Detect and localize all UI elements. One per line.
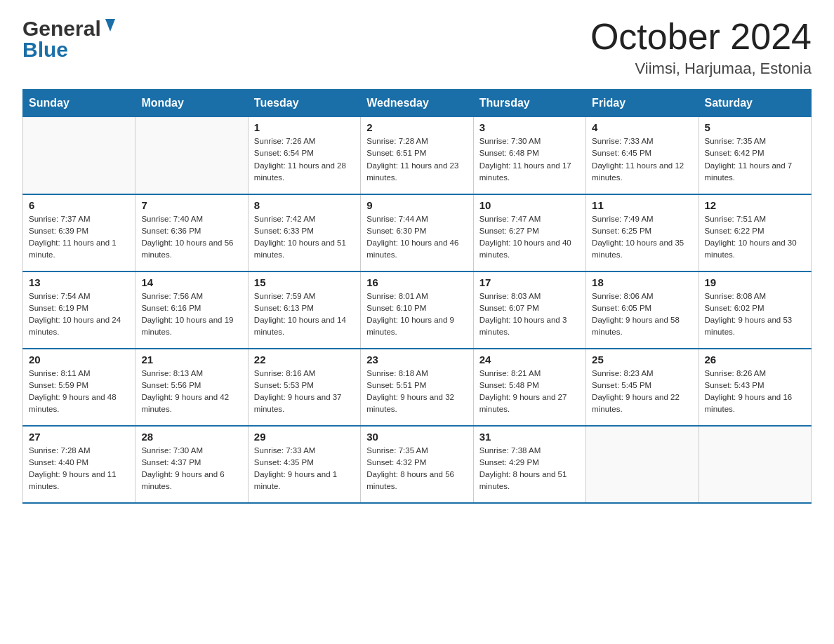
day-number: 3	[479, 121, 580, 133]
day-of-week-friday: Friday	[586, 90, 699, 117]
day-number: 9	[366, 199, 467, 211]
calendar-cell: 5Sunrise: 7:35 AMSunset: 6:42 PMDaylight…	[699, 117, 811, 194]
svg-marker-0	[105, 19, 115, 32]
calendar-table: SundayMondayTuesdayWednesdayThursdayFrid…	[22, 89, 812, 504]
day-info: Sunrise: 8:26 AMSunset: 5:43 PMDaylight:…	[705, 368, 805, 416]
day-number: 19	[705, 276, 805, 288]
page-header: General Blue October 2024 Viimsi, Harjum…	[22, 17, 812, 78]
day-of-week-tuesday: Tuesday	[248, 90, 360, 117]
day-number: 26	[705, 354, 805, 365]
day-info: Sunrise: 7:37 AMSunset: 6:39 PMDaylight:…	[29, 213, 129, 262]
day-number: 29	[254, 431, 355, 443]
day-number: 27	[29, 431, 129, 443]
calendar-cell: 7Sunrise: 7:40 AMSunset: 6:36 PMDaylight…	[135, 194, 248, 271]
day-number: 1	[254, 121, 355, 133]
day-of-week-sunday: Sunday	[23, 90, 135, 117]
day-info: Sunrise: 8:21 AMSunset: 5:48 PMDaylight:…	[479, 368, 580, 416]
calendar-cell: 9Sunrise: 7:44 AMSunset: 6:30 PMDaylight…	[361, 194, 473, 271]
day-number: 4	[592, 121, 692, 133]
month-title: October 2024	[590, 17, 812, 57]
day-of-week-wednesday: Wednesday	[361, 90, 473, 117]
day-info: Sunrise: 8:16 AMSunset: 5:53 PMDaylight:…	[254, 368, 355, 416]
day-info: Sunrise: 7:49 AMSunset: 6:25 PMDaylight:…	[592, 213, 692, 262]
day-number: 23	[366, 354, 467, 365]
day-info: Sunrise: 7:30 AMSunset: 4:37 PMDaylight:…	[141, 445, 241, 493]
day-number: 11	[592, 199, 692, 211]
week-row-5: 27Sunrise: 7:28 AMSunset: 4:40 PMDayligh…	[23, 426, 812, 503]
day-number: 12	[705, 199, 805, 211]
day-number: 30	[366, 431, 467, 443]
calendar-cell: 14Sunrise: 7:56 AMSunset: 6:16 PMDayligh…	[135, 271, 248, 349]
day-number: 22	[254, 354, 355, 365]
days-header-row: SundayMondayTuesdayWednesdayThursdayFrid…	[23, 90, 812, 117]
day-number: 6	[29, 199, 129, 211]
logo: General Blue	[22, 17, 118, 62]
day-number: 2	[366, 121, 467, 133]
calendar-cell: 24Sunrise: 8:21 AMSunset: 5:48 PMDayligh…	[473, 349, 585, 426]
calendar-cell: 21Sunrise: 8:13 AMSunset: 5:56 PMDayligh…	[135, 349, 248, 426]
day-info: Sunrise: 7:51 AMSunset: 6:22 PMDaylight:…	[705, 213, 805, 262]
day-number: 15	[254, 276, 355, 288]
calendar-cell: 13Sunrise: 7:54 AMSunset: 6:19 PMDayligh…	[23, 271, 135, 349]
calendar-cell: 29Sunrise: 7:33 AMSunset: 4:35 PMDayligh…	[248, 426, 360, 503]
calendar-cell: 2Sunrise: 7:28 AMSunset: 6:51 PMDaylight…	[361, 117, 473, 194]
calendar-cell: 25Sunrise: 8:23 AMSunset: 5:45 PMDayligh…	[586, 349, 699, 426]
calendar-cell: 4Sunrise: 7:33 AMSunset: 6:45 PMDaylight…	[586, 117, 699, 194]
week-row-4: 20Sunrise: 8:11 AMSunset: 5:59 PMDayligh…	[23, 349, 812, 426]
day-number: 13	[29, 276, 129, 288]
day-info: Sunrise: 8:13 AMSunset: 5:56 PMDaylight:…	[141, 368, 241, 416]
day-info: Sunrise: 7:54 AMSunset: 6:19 PMDaylight:…	[29, 290, 129, 339]
calendar-cell: 3Sunrise: 7:30 AMSunset: 6:48 PMDaylight…	[473, 117, 585, 194]
day-number: 10	[479, 199, 580, 211]
logo-triangle-icon	[102, 18, 118, 33]
day-info: Sunrise: 8:11 AMSunset: 5:59 PMDaylight:…	[29, 368, 129, 416]
day-info: Sunrise: 7:44 AMSunset: 6:30 PMDaylight:…	[366, 213, 467, 262]
day-number: 20	[29, 354, 129, 365]
day-info: Sunrise: 7:38 AMSunset: 4:29 PMDaylight:…	[479, 445, 580, 493]
calendar-cell: 15Sunrise: 7:59 AMSunset: 6:13 PMDayligh…	[248, 271, 360, 349]
day-info: Sunrise: 7:42 AMSunset: 6:33 PMDaylight:…	[254, 213, 355, 262]
day-number: 7	[141, 199, 241, 211]
calendar-cell: 8Sunrise: 7:42 AMSunset: 6:33 PMDaylight…	[248, 194, 360, 271]
title-section: October 2024 Viimsi, Harjumaa, Estonia	[590, 17, 812, 78]
calendar-cell: 26Sunrise: 8:26 AMSunset: 5:43 PMDayligh…	[699, 349, 811, 426]
day-info: Sunrise: 8:08 AMSunset: 6:02 PMDaylight:…	[705, 290, 805, 339]
day-of-week-monday: Monday	[135, 90, 248, 117]
day-info: Sunrise: 7:47 AMSunset: 6:27 PMDaylight:…	[479, 213, 580, 262]
day-of-week-thursday: Thursday	[473, 90, 585, 117]
day-info: Sunrise: 7:40 AMSunset: 6:36 PMDaylight:…	[141, 213, 241, 262]
day-info: Sunrise: 8:01 AMSunset: 6:10 PMDaylight:…	[366, 290, 467, 339]
calendar-cell	[23, 117, 135, 194]
day-info: Sunrise: 7:28 AMSunset: 4:40 PMDaylight:…	[29, 445, 129, 493]
calendar-cell: 18Sunrise: 8:06 AMSunset: 6:05 PMDayligh…	[586, 271, 699, 349]
calendar-cell	[135, 117, 248, 194]
calendar-cell: 12Sunrise: 7:51 AMSunset: 6:22 PMDayligh…	[699, 194, 811, 271]
day-info: Sunrise: 7:30 AMSunset: 6:48 PMDaylight:…	[479, 135, 580, 184]
day-number: 17	[479, 276, 580, 288]
calendar-cell: 23Sunrise: 8:18 AMSunset: 5:51 PMDayligh…	[361, 349, 473, 426]
calendar-cell: 31Sunrise: 7:38 AMSunset: 4:29 PMDayligh…	[473, 426, 585, 503]
day-info: Sunrise: 7:59 AMSunset: 6:13 PMDaylight:…	[254, 290, 355, 339]
week-row-1: 1Sunrise: 7:26 AMSunset: 6:54 PMDaylight…	[23, 117, 812, 194]
calendar-cell: 17Sunrise: 8:03 AMSunset: 6:07 PMDayligh…	[473, 271, 585, 349]
day-info: Sunrise: 8:03 AMSunset: 6:07 PMDaylight:…	[479, 290, 580, 339]
day-number: 31	[479, 431, 580, 443]
calendar-cell: 30Sunrise: 7:35 AMSunset: 4:32 PMDayligh…	[361, 426, 473, 503]
calendar-cell: 19Sunrise: 8:08 AMSunset: 6:02 PMDayligh…	[699, 271, 811, 349]
calendar-cell: 20Sunrise: 8:11 AMSunset: 5:59 PMDayligh…	[23, 349, 135, 426]
logo-general-text: General	[22, 17, 101, 41]
day-number: 18	[592, 276, 692, 288]
day-info: Sunrise: 7:35 AMSunset: 4:32 PMDaylight:…	[366, 445, 467, 493]
day-number: 14	[141, 276, 241, 288]
day-info: Sunrise: 7:56 AMSunset: 6:16 PMDaylight:…	[141, 290, 241, 339]
week-row-3: 13Sunrise: 7:54 AMSunset: 6:19 PMDayligh…	[23, 271, 812, 349]
day-info: Sunrise: 7:26 AMSunset: 6:54 PMDaylight:…	[254, 135, 355, 184]
location-text: Viimsi, Harjumaa, Estonia	[590, 60, 812, 78]
day-number: 28	[141, 431, 241, 443]
day-info: Sunrise: 8:18 AMSunset: 5:51 PMDaylight:…	[366, 368, 467, 416]
calendar-cell: 28Sunrise: 7:30 AMSunset: 4:37 PMDayligh…	[135, 426, 248, 503]
calendar-cell: 22Sunrise: 8:16 AMSunset: 5:53 PMDayligh…	[248, 349, 360, 426]
calendar-cell: 10Sunrise: 7:47 AMSunset: 6:27 PMDayligh…	[473, 194, 585, 271]
day-of-week-saturday: Saturday	[699, 90, 811, 117]
day-number: 25	[592, 354, 692, 365]
